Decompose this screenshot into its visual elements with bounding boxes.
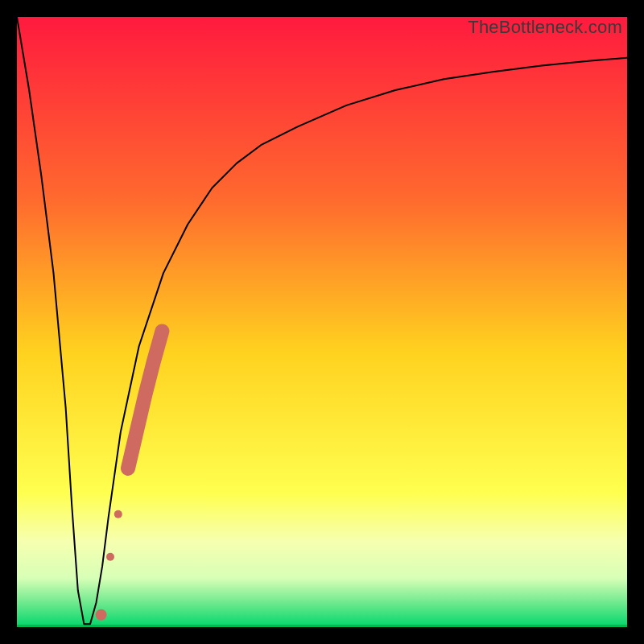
svg-rect-0 (17, 17, 627, 627)
emphasis-dot (130, 425, 143, 438)
emphasis-dot (96, 609, 107, 621)
emphasis-dot (114, 510, 122, 518)
chart-svg (17, 17, 627, 627)
emphasis-dot (138, 389, 151, 402)
watermark-text: TheBottleneck.com (468, 17, 622, 38)
emphasis-dot (147, 355, 160, 368)
emphasis-dot (122, 462, 134, 475)
emphasis-dot (106, 553, 114, 561)
emphasis-dot (155, 324, 168, 337)
chart-frame: TheBottleneck.com (0, 0, 644, 644)
plot-area: TheBottleneck.com (17, 17, 627, 627)
svg-rect-1 (17, 625, 627, 627)
